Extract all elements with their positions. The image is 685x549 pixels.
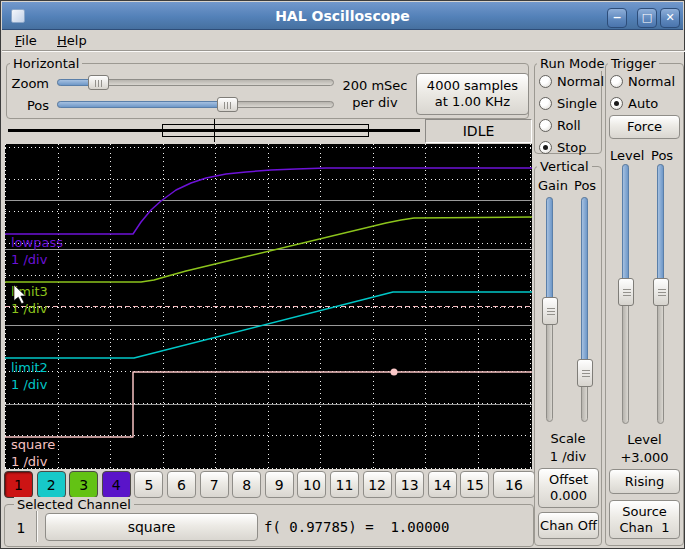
channel-button-9[interactable]: 9	[265, 471, 294, 498]
close-icon: ✕	[665, 11, 674, 24]
trigger-source-line1: Source	[622, 504, 667, 520]
channel-button-7[interactable]: 7	[200, 471, 229, 498]
trigger-pos-label: Pos	[651, 147, 673, 164]
vertical-pos-slider[interactable]	[577, 197, 593, 422]
channel-button-6[interactable]: 6	[167, 471, 196, 498]
channel-source-button[interactable]: square	[45, 513, 258, 541]
record-length-line1: 4000 samples	[427, 78, 518, 94]
run-mode-single[interactable]: Single	[539, 92, 604, 114]
vertical-gain-handle[interactable]	[542, 297, 558, 325]
run-mode-single-label: Single	[557, 96, 597, 111]
channel-source-label: square	[128, 519, 176, 535]
menu-file[interactable]: File	[11, 32, 41, 49]
channel-button-3[interactable]: 3	[69, 471, 98, 498]
trace-square-scale-label: 1 /div	[11, 454, 48, 469]
vertical-frame-label: Vertical	[537, 159, 592, 174]
run-mode-stop-label: Stop	[557, 140, 587, 155]
trigger-force-label: Force	[627, 119, 662, 135]
trigger-source-line2: Chan 1	[619, 520, 669, 536]
trigger-mode-auto-label: Auto	[628, 96, 658, 111]
trigger-pos-handle[interactable]	[653, 278, 669, 306]
selected-channel-separator	[36, 511, 38, 542]
vertical-offset-line1: Offset	[549, 472, 588, 488]
run-mode-frame-label: Run Mode	[537, 56, 607, 71]
channel-button-15[interactable]: 15	[460, 471, 489, 498]
scope-display[interactable]: lowpass1 /divlimit31 /divlimit21 /divsqu…	[5, 144, 532, 469]
channel-button-10[interactable]: 10	[297, 471, 326, 498]
vertical-gain-slider[interactable]	[542, 197, 558, 422]
trace-limit2-label: limit2	[11, 360, 48, 375]
timebase-units: per div	[337, 94, 413, 111]
menu-bar: FileHelp	[2, 31, 685, 50]
timebase-value: 200 mSec	[337, 77, 413, 94]
pos-label: Pos	[9, 97, 49, 114]
zoom-label: Zoom	[9, 75, 49, 92]
status-text: IDLE	[463, 123, 495, 139]
run-mode-options: NormalSingleRollStop	[539, 70, 604, 158]
trigger-pos-fill	[657, 164, 664, 282]
run-mode-roll-label: Roll	[557, 118, 581, 133]
trigger-edge-button[interactable]: Rising	[609, 469, 680, 494]
channel-off-label: Chan Off	[540, 518, 597, 534]
run-mode-normal-radio-icon[interactable]	[539, 75, 552, 88]
pos-slider-handle[interactable]	[217, 97, 238, 112]
menu-help[interactable]: Help	[53, 32, 91, 49]
channel-button-4[interactable]: 4	[102, 471, 131, 498]
channel-button-8[interactable]: 8	[232, 471, 261, 498]
channel-button-11[interactable]: 11	[330, 471, 359, 498]
window-title: HAL Oscilloscope	[2, 2, 683, 30]
run-mode-single-radio-icon[interactable]	[539, 97, 552, 110]
channel-value-readout: f( 0.97785) = 1.00000	[264, 518, 449, 536]
minimize-icon: −	[612, 11, 621, 24]
trigger-mode-auto-radio-icon[interactable]	[610, 97, 623, 110]
vertical-offset-button[interactable]: Offset 0.000	[538, 468, 599, 508]
channel-button-2[interactable]: 2	[37, 471, 66, 498]
horizontal-pos-slider[interactable]	[57, 97, 334, 113]
trigger-level-readout-label: Level	[605, 431, 684, 448]
vertical-pos-handle[interactable]	[577, 359, 593, 387]
trigger-level-fill	[622, 164, 629, 282]
trigger-mode-normal[interactable]: Normal	[610, 70, 675, 92]
trigger-pos-slider[interactable]	[653, 164, 669, 424]
trigger-mode-normal-radio-icon[interactable]	[610, 75, 623, 88]
channel-button-1[interactable]: 1	[4, 471, 33, 498]
run-mode-stop-radio-icon[interactable]	[539, 141, 552, 154]
minimize-button[interactable]: −	[607, 8, 627, 28]
channel-button-13[interactable]: 13	[395, 471, 424, 498]
run-mode-normal[interactable]: Normal	[539, 70, 604, 92]
app-window: HAL Oscilloscope − □ ✕ FileHelp Horizont…	[0, 0, 685, 549]
trigger-point-marker	[391, 369, 398, 376]
run-mode-roll[interactable]: Roll	[539, 114, 604, 136]
channel-button-5[interactable]: 5	[134, 471, 163, 498]
close-button[interactable]: ✕	[660, 8, 680, 28]
run-mode-stop[interactable]: Stop	[539, 136, 604, 158]
trace-square-label: square	[11, 437, 55, 452]
channel-button-14[interactable]: 14	[428, 471, 457, 498]
run-mode-roll-radio-icon[interactable]	[539, 119, 552, 132]
timebase-readout: 200 mSec per div	[337, 77, 413, 111]
horizontal-frame-label: Horizontal	[10, 56, 82, 71]
zoom-slider-handle[interactable]	[88, 75, 109, 90]
trigger-edge-label: Rising	[625, 474, 665, 490]
record-length-button[interactable]: 4000 samples at 1.00 KHz	[416, 73, 529, 115]
trace-lowpass-scale-label: 1 /div	[11, 252, 48, 267]
trigger-level-label: Level	[610, 147, 644, 164]
view-window-box[interactable]	[162, 124, 369, 137]
trigger-mode-auto[interactable]: Auto	[610, 92, 675, 114]
vertical-scale-value: 1 /div	[534, 448, 602, 465]
channel-button-12[interactable]: 12	[363, 471, 392, 498]
trigger-position-tick	[214, 119, 215, 142]
maximize-icon: □	[642, 11, 652, 24]
channel-off-button[interactable]: Chan Off	[538, 512, 599, 539]
trigger-force-button[interactable]: Force	[609, 115, 680, 139]
scope-background	[5, 144, 532, 469]
selected-channel-frame-label: Selected Channel	[14, 497, 134, 512]
trigger-level-slider[interactable]	[618, 164, 634, 424]
trigger-level-handle[interactable]	[618, 278, 634, 306]
trigger-mode-normal-label: Normal	[628, 74, 675, 89]
trigger-source-button[interactable]: Source Chan 1	[609, 500, 680, 539]
horizontal-zoom-slider[interactable]	[57, 75, 334, 91]
maximize-button[interactable]: □	[637, 8, 657, 28]
trigger-level-readout-value: +3.000	[605, 449, 684, 466]
channel-button-16[interactable]: 16	[493, 471, 535, 498]
